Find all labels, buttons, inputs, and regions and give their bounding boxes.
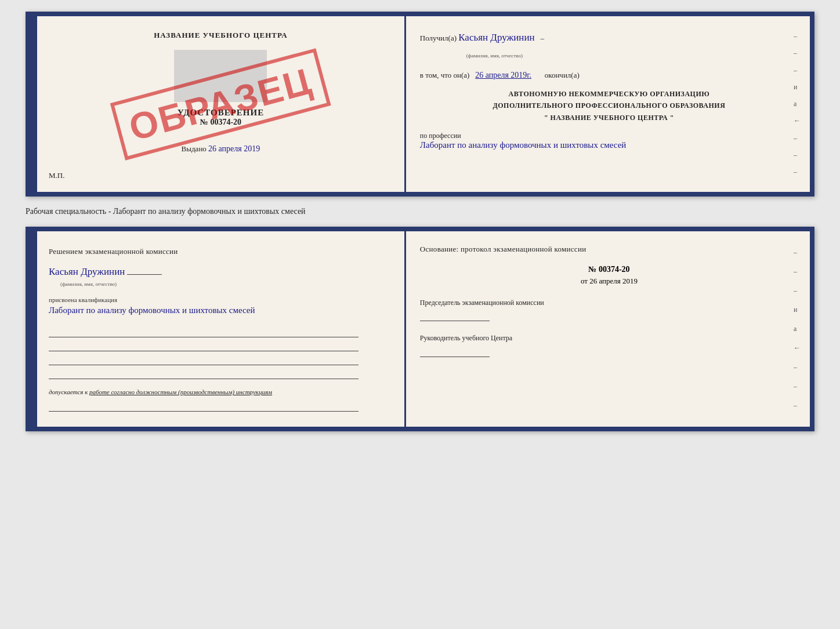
ot-label: от xyxy=(581,277,588,285)
poluchil-line: Получил(а) Касьян Дружинин – (фамилия, и… xyxy=(420,28,798,63)
osnovanie-block: Основание: протокол экзаменационной коми… xyxy=(420,243,798,256)
predsedatel-sig-line xyxy=(420,311,490,321)
vtom-label: в том, что он(а) xyxy=(420,71,470,79)
mp-label: М.П. xyxy=(49,171,393,180)
protocol-number: № 00374-20 xyxy=(420,265,798,274)
recipient-name: Касьян Дружинин xyxy=(458,32,534,43)
top-book-left-page: НАЗВАНИЕ УЧЕБНОГО ЦЕНТРА УДОСТОВЕРЕНИЕ №… xyxy=(37,16,406,192)
rukovoditel-label: Руководитель учебного Центра xyxy=(420,333,798,344)
vydano-line: Выдано 26 апреля 2019 xyxy=(49,144,393,154)
sig-line-3 xyxy=(49,355,359,365)
fio-sublabel-bottom: (фамилия, имя, отчество) xyxy=(60,281,117,287)
protocol-date-line: от 26 апреля 2019 xyxy=(420,277,798,286)
top-document-book: НАЗВАНИЕ УЧЕБНОГО ЦЕНТРА УДОСТОВЕРЕНИЕ №… xyxy=(26,12,814,197)
profession-handwritten-top: Лаборант по анализу формовочных и шихтов… xyxy=(420,140,627,150)
top-book-right-page: Получил(а) Касьян Дружинин – (фамилия, и… xyxy=(406,16,810,192)
resheniem-title: Решением экзаменационной комиссии xyxy=(49,245,393,258)
inner-name-block: Касьян Дружинин (фамилия, имя, отчество) xyxy=(49,266,393,288)
sig-line-2 xyxy=(49,341,359,351)
sig-line-1 xyxy=(49,327,359,337)
predsedatel-block: Председатель экзаменационной комиссии xyxy=(420,297,798,321)
sig-line-4 xyxy=(49,369,359,379)
prisvoena-block: присвоена квалификация Лаборант по анали… xyxy=(49,296,393,315)
dopuskaetsya-text: работе согласно должностным (производств… xyxy=(89,388,272,395)
right-side-marks-bottom: – – – и а ← – – – xyxy=(794,231,810,427)
inner-name-handwritten: Касьян Дружинин xyxy=(49,266,125,277)
rukovoditel-block: Руководитель учебного Центра xyxy=(420,333,798,357)
predsedatel-label: Председатель экзаменационной комиссии xyxy=(420,297,798,308)
org-block: АВТОНОМНУЮ НЕКОММЕРЧЕСКУЮ ОРГАНИЗАЦИЮ ДО… xyxy=(420,88,798,123)
org-name-text: НАЗВАНИЕ УЧЕБНОГО ЦЕНТРА xyxy=(551,114,668,122)
book-spine-top xyxy=(30,16,37,192)
org-line2: ДОПОЛНИТЕЛЬНОГО ПРОФЕССИОНАЛЬНОГО ОБРАЗО… xyxy=(420,100,798,111)
dopuskaetsya-block: допускается к работе согласно должностны… xyxy=(49,388,393,395)
vydano-label: Выдано xyxy=(182,144,207,153)
kvalif-handwritten: Лаборант по анализу формовочных и шихтов… xyxy=(49,306,393,315)
vydano-date: 26 апреля 2019 xyxy=(208,144,260,153)
org-center-name: " НАЗВАНИЕ УЧЕБНОГО ЦЕНТРА " xyxy=(420,112,798,123)
po-professii-label: по профессии xyxy=(420,132,461,140)
prisvoena-label: присвоена квалификация xyxy=(49,296,393,303)
bottom-document-book: Решением экзаменационной комиссии Касьян… xyxy=(26,227,814,431)
bottom-book-left-page: Решением экзаменационной комиссии Касьян… xyxy=(37,231,406,427)
sig-line-bottom xyxy=(49,401,359,412)
resheniem-label: Решением экзаменационной комиссии xyxy=(49,247,178,256)
osnovanie-label: Основание: протокол экзаменационной коми… xyxy=(420,245,586,253)
signature-lines-left xyxy=(49,327,393,379)
fio-sublabel-top: (фамилия, имя, отчество) xyxy=(466,53,523,59)
poluchil-label: Получил(а) xyxy=(420,34,457,42)
photo-placeholder xyxy=(174,50,267,102)
protocol-date: 26 апреля 2019 xyxy=(589,277,638,285)
cert-number: № 00374-20 xyxy=(49,118,393,127)
professii-block: по профессии Лаборант по анализу формово… xyxy=(420,132,798,150)
vtom-line: в том, что он(а) 26 апреля 2019г. окончи… xyxy=(420,71,798,80)
org-line1: АВТОНОМНУЮ НЕКОММЕРЧЕСКУЮ ОРГАНИЗАЦИЮ xyxy=(420,88,798,100)
rukovoditel-sig-line xyxy=(420,347,490,357)
udostoverenie-label: УДОСТОВЕРЕНИЕ xyxy=(49,108,393,118)
cert-training-center-title: НАЗВАНИЕ УЧЕБНОГО ЦЕНТРА xyxy=(49,30,393,41)
bottom-book-right-page: Основание: протокол экзаменационной коми… xyxy=(406,231,810,427)
okonchil-label: окончил(а) xyxy=(545,71,580,79)
date-completed: 26 апреля 2019г. xyxy=(475,71,531,79)
book-spine-bottom xyxy=(30,231,37,427)
dopuskaetsya-label: допускается к xyxy=(49,388,88,395)
specialty-label: Рабочая специальность - Лаборант по анал… xyxy=(26,203,814,220)
